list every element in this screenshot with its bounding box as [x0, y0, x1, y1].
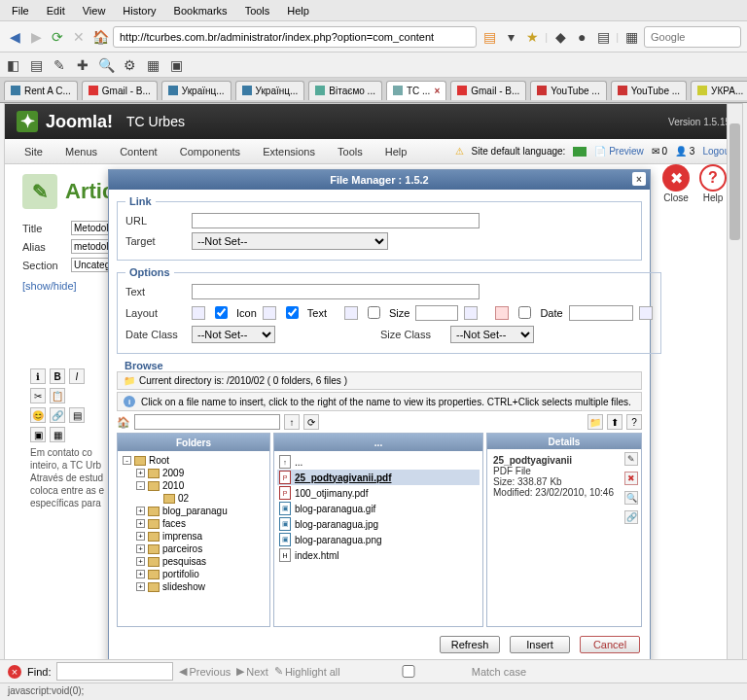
users-count[interactable]: 👤 3 — [675, 146, 694, 157]
ext-row-icon[interactable]: ◧ — [4, 56, 21, 74]
sizeclass-select[interactable]: --Not Set-- — [450, 326, 534, 343]
matchcase-checkbox[interactable]: Match case — [346, 662, 526, 681]
tree-item[interactable]: +faces — [121, 517, 267, 530]
ext-row-icon[interactable]: ▣ — [167, 56, 185, 74]
insert-button[interactable]: Insert — [510, 636, 570, 653]
mail-count[interactable]: ✉ 0 — [652, 146, 667, 157]
jmenu-components[interactable]: Components — [170, 146, 250, 158]
editor-icon[interactable]: ▤ — [69, 407, 85, 423]
cancel-button[interactable]: Cancel — [580, 636, 640, 653]
refresh-button[interactable]: Refresh — [440, 636, 500, 653]
tree-item[interactable]: +2009 — [121, 467, 267, 479]
detail-action-icon[interactable]: 🔍 — [624, 491, 638, 505]
menu-tools[interactable]: Tools — [237, 3, 278, 18]
tree-item[interactable]: +slideshow — [121, 580, 267, 593]
detail-action-icon[interactable]: 🔗 — [624, 510, 638, 524]
file-item[interactable]: ▣blog-paranagua.gif — [277, 501, 480, 516]
menu-edit[interactable]: Edit — [39, 3, 73, 18]
ext-row-icon[interactable]: ▦ — [144, 56, 161, 74]
menu-bookmarks[interactable]: Bookmarks — [166, 3, 235, 18]
jmenu-help[interactable]: Help — [375, 146, 417, 158]
menu-history[interactable]: History — [115, 3, 163, 18]
tree-item[interactable]: +imprensa — [121, 530, 267, 542]
ext-row-icon[interactable]: ▤ — [27, 56, 45, 74]
tree-item[interactable]: +blog_paranagu — [121, 505, 267, 517]
jmenu-site[interactable]: Site — [15, 146, 53, 158]
editor-icon[interactable]: ℹ — [30, 368, 46, 384]
ext2-icon[interactable]: ● — [573, 28, 590, 46]
dateclass-icon[interactable] — [639, 306, 653, 320]
tab[interactable]: Gmail - B... — [82, 81, 158, 100]
jmenu-extensions[interactable]: Extensions — [253, 146, 325, 158]
tab[interactable]: Gmail - B... — [450, 81, 526, 100]
close-icon[interactable]: × — [434, 86, 440, 96]
home-icon[interactable]: 🏠 — [91, 28, 109, 46]
dateclass-select[interactable]: --Not Set-- — [192, 326, 275, 343]
tree-item[interactable]: +pesquisas — [121, 555, 267, 568]
ext-row-icon[interactable]: ✚ — [74, 56, 91, 74]
upload-icon[interactable]: ⬆ — [607, 414, 622, 430]
scrollbar[interactable] — [727, 104, 742, 678]
file-item[interactable]: P25_podtyagivanii.pdf — [277, 470, 480, 485]
editor-icon[interactable]: ✂ — [30, 388, 46, 403]
tab[interactable]: TC ...× — [386, 81, 446, 100]
file-up[interactable]: ↑... — [277, 454, 480, 470]
text-opt-icon[interactable] — [263, 306, 276, 320]
size-checkbox[interactable] — [368, 306, 380, 319]
editor-italic-icon[interactable]: I — [69, 368, 85, 384]
tab[interactable]: Українц... — [235, 81, 305, 100]
url-input[interactable] — [192, 213, 480, 228]
jmenu-content[interactable]: Content — [110, 146, 167, 158]
tab[interactable]: YouTube ... — [530, 81, 606, 100]
file-item[interactable]: Hindex.html — [277, 547, 480, 563]
find-next-button[interactable]: ▶ Next — [236, 665, 268, 678]
ext-row-icon[interactable]: ⚙ — [121, 56, 138, 74]
ext1-icon[interactable]: ◆ — [551, 28, 569, 46]
refresh-icon[interactable]: ⟳ — [303, 414, 319, 430]
target-select[interactable]: --Not Set-- — [192, 232, 388, 250]
tree-item[interactable]: -Root — [121, 454, 267, 467]
delete-icon[interactable]: ✖ — [624, 472, 638, 485]
go-icon[interactable]: ▾ — [502, 28, 519, 46]
tree-item[interactable]: +portifolio — [121, 568, 267, 580]
path-input[interactable] — [134, 414, 280, 430]
editor-icon[interactable]: ▣ — [30, 427, 46, 442]
date-checkbox[interactable] — [518, 306, 531, 319]
rss-icon[interactable]: ▤ — [480, 28, 498, 46]
file-item[interactable]: P100_otjimany.pdf — [277, 485, 480, 501]
ext3-icon[interactable]: ▤ — [594, 28, 612, 46]
ext-row-icon[interactable]: 🔍 — [97, 56, 115, 74]
date-input[interactable] — [569, 305, 633, 321]
find-prev-button[interactable]: ◀ Previous — [179, 665, 231, 678]
tree-item[interactable]: -2010 — [121, 479, 267, 492]
detail-action-icon[interactable]: ✎ — [624, 452, 638, 466]
ext-row-icon[interactable]: ✎ — [51, 56, 68, 74]
highlight-all-button[interactable]: ✎ Highlight all — [274, 665, 340, 678]
editor-bold-icon[interactable]: B — [50, 368, 65, 384]
editor-icon[interactable]: 😊 — [30, 407, 46, 423]
editor-icon[interactable]: ▦ — [50, 427, 65, 442]
text-input[interactable] — [192, 284, 480, 299]
up-icon[interactable]: ↑ — [284, 414, 300, 430]
text-checkbox[interactable] — [286, 306, 299, 319]
layout-icon[interactable] — [192, 306, 205, 320]
google-toolbar-icon[interactable]: ▦ — [622, 28, 640, 46]
icon-checkbox[interactable] — [215, 306, 228, 319]
tab[interactable]: YouTube ... — [611, 81, 687, 100]
tab[interactable]: Вітаємо ... — [308, 81, 382, 100]
menu-help[interactable]: Help — [279, 3, 317, 18]
file-item[interactable]: ▣blog-paranagua.png — [277, 532, 480, 547]
address-bar[interactable] — [113, 26, 477, 48]
tab[interactable]: Українц... — [161, 81, 231, 100]
tab[interactable]: УКРА... — [691, 81, 747, 100]
jmenu-menus[interactable]: Menus — [55, 146, 107, 158]
findbar-close-icon[interactable]: × — [8, 665, 21, 679]
home-icon[interactable]: 🏠 — [117, 416, 130, 429]
dialog-close-icon[interactable]: × — [632, 172, 646, 186]
jmenu-tools[interactable]: Tools — [328, 146, 373, 158]
preview-link[interactable]: 📄 Preview — [594, 146, 643, 157]
size-opt-icon[interactable] — [344, 306, 358, 320]
search-input[interactable] — [644, 26, 741, 48]
folder-tree[interactable]: -Root+2009-201002+blog_paranagu+faces+im… — [118, 451, 269, 626]
tree-item[interactable]: 02 — [121, 492, 267, 505]
